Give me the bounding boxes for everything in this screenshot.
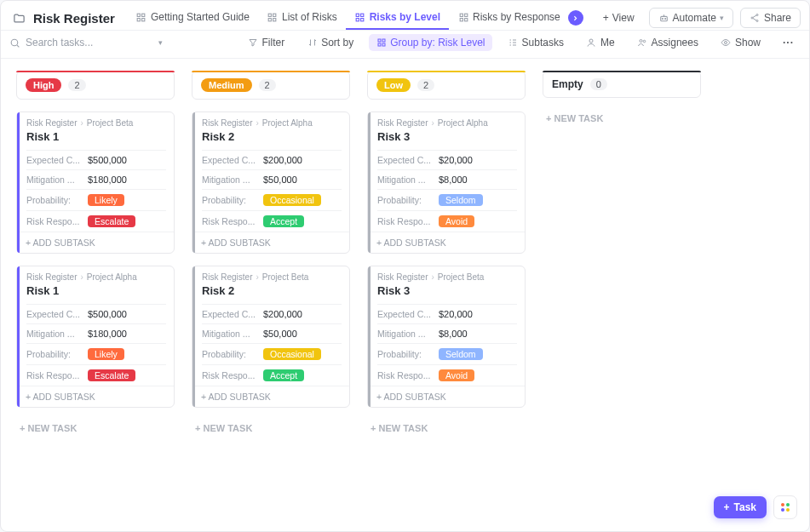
svg-rect-11 xyxy=(361,18,364,20)
field-label: Expected C... xyxy=(377,309,434,319)
response-tag: Escalate xyxy=(88,369,135,381)
field-value: $20,000 xyxy=(439,155,473,165)
probability-tag: Likely xyxy=(88,194,124,206)
column-count: 2 xyxy=(417,79,434,91)
show-button[interactable]: Show xyxy=(714,34,767,51)
field-value: $8,000 xyxy=(439,174,468,185)
new-task-link[interactable]: + NEW TASK xyxy=(367,420,526,437)
svg-point-25 xyxy=(662,18,663,19)
svg-rect-2 xyxy=(138,18,141,20)
probability-tag: Occasional xyxy=(263,194,321,206)
svg-point-26 xyxy=(664,18,665,19)
add-subtask-button[interactable]: + ADD SUBTASK xyxy=(17,232,174,253)
svg-point-38 xyxy=(725,42,727,44)
tabs-scroll-right[interactable] xyxy=(568,10,583,26)
level-label: Empty xyxy=(552,78,583,90)
new-task-link[interactable]: + NEW TASK xyxy=(543,110,701,127)
svg-point-28 xyxy=(751,17,753,19)
svg-rect-10 xyxy=(356,18,359,20)
filter-button[interactable]: Filter xyxy=(240,34,291,51)
people-icon xyxy=(637,37,648,49)
breadcrumb: Risk Register›Project Alpha xyxy=(202,118,342,128)
robot-icon xyxy=(658,13,669,24)
field-value: $500,000 xyxy=(88,309,127,319)
field-label: Risk Respo... xyxy=(202,370,258,380)
add-subtask-button[interactable]: + ADD SUBTASK xyxy=(368,232,525,253)
field-label: Expected C... xyxy=(202,155,258,165)
svg-rect-5 xyxy=(273,14,276,16)
field-value: $200,000 xyxy=(263,309,302,319)
view-tab-2[interactable]: Risks by Level xyxy=(346,6,449,30)
svg-rect-3 xyxy=(142,18,145,20)
search-input[interactable] xyxy=(26,37,153,49)
new-task-link[interactable]: + NEW TASK xyxy=(16,420,175,437)
svg-rect-9 xyxy=(361,14,364,16)
view-tab-0[interactable]: Getting Started Guide xyxy=(127,6,258,30)
svg-point-37 xyxy=(643,40,646,43)
task-card[interactable]: Risk Register›Project BetaRisk 3Expected… xyxy=(367,266,526,408)
apps-button[interactable] xyxy=(773,495,797,519)
me-button[interactable]: Me xyxy=(579,34,622,51)
svg-rect-34 xyxy=(382,43,385,46)
column-header-medium[interactable]: Medium2 xyxy=(192,71,350,100)
column-count: 2 xyxy=(68,79,85,91)
task-card[interactable]: Risk Register›Project BetaRisk 1Expected… xyxy=(16,112,175,254)
filter-icon xyxy=(247,37,258,49)
field-label: Risk Respo... xyxy=(377,216,434,226)
column-count: 2 xyxy=(259,79,276,91)
board-icon xyxy=(457,11,469,23)
breadcrumb: Risk Register›Project Beta xyxy=(377,272,517,282)
svg-rect-7 xyxy=(273,18,276,20)
task-title: Risk 2 xyxy=(202,130,342,143)
column-header-low[interactable]: Low2 xyxy=(367,71,526,100)
assignees-button[interactable]: Assignees xyxy=(630,34,705,51)
add-subtask-button[interactable]: + ADD SUBTASK xyxy=(192,386,349,407)
groupby-button[interactable]: Group by: Risk Level xyxy=(369,34,491,51)
share-button[interactable]: Share xyxy=(740,8,801,28)
column-low: Low2Risk Register›Project AlphaRisk 3Exp… xyxy=(367,71,526,437)
eye-icon xyxy=(721,37,732,49)
probability-tag: Seldom xyxy=(439,194,483,206)
task-card[interactable]: Risk Register›Project BetaRisk 2Expected… xyxy=(192,266,350,408)
sortby-button[interactable]: Sort by xyxy=(300,34,360,51)
svg-point-27 xyxy=(756,14,758,16)
svg-rect-6 xyxy=(269,18,272,20)
field-label: Expected C... xyxy=(26,155,83,165)
field-label: Probability: xyxy=(202,195,258,205)
field-label: Expected C... xyxy=(26,309,83,319)
subtasks-button[interactable]: Subtasks xyxy=(501,34,571,51)
add-subtask-button[interactable]: + ADD SUBTASK xyxy=(17,386,174,407)
task-title: Risk 3 xyxy=(377,284,517,297)
view-tab-3[interactable]: Risks by Response xyxy=(449,6,565,30)
column-header-high[interactable]: High2 xyxy=(16,71,175,100)
field-label: Risk Respo... xyxy=(26,216,83,226)
automate-button[interactable]: Automate ▾ xyxy=(649,8,733,28)
field-label: Probability: xyxy=(26,195,83,205)
folder-icon[interactable] xyxy=(9,9,28,27)
column-header-empty[interactable]: Empty0 xyxy=(543,71,701,98)
task-card[interactable]: Risk Register›Project AlphaRisk 2Expecte… xyxy=(192,112,350,254)
add-subtask-button[interactable]: + ADD SUBTASK xyxy=(192,232,349,253)
chevron-down-icon[interactable]: ▾ xyxy=(158,38,163,47)
svg-point-29 xyxy=(756,20,758,22)
field-label: Probability: xyxy=(202,349,258,359)
add-view-button[interactable]: + View xyxy=(595,8,642,28)
apps-grid-icon xyxy=(781,503,790,512)
field-label: Mitigation ... xyxy=(202,329,258,339)
new-task-button[interactable]: + Task xyxy=(714,496,767,518)
svg-point-36 xyxy=(640,40,642,43)
field-label: Probability: xyxy=(26,349,83,359)
breadcrumb: Risk Register›Project Alpha xyxy=(377,118,517,128)
view-tab-1[interactable]: List of Risks xyxy=(258,6,346,30)
field-label: Mitigation ... xyxy=(26,174,83,185)
add-subtask-button[interactable]: + ADD SUBTASK xyxy=(368,386,525,407)
response-tag: Avoid xyxy=(439,369,474,381)
task-card[interactable]: Risk Register›Project AlphaRisk 3Expecte… xyxy=(367,112,526,254)
new-task-link[interactable]: + NEW TASK xyxy=(192,420,350,437)
svg-rect-0 xyxy=(138,14,141,16)
task-card[interactable]: Risk Register›Project AlphaRisk 1Expecte… xyxy=(16,266,175,408)
more-button[interactable]: ··· xyxy=(776,34,801,51)
svg-point-35 xyxy=(589,39,593,43)
svg-rect-15 xyxy=(464,18,467,20)
field-label: Risk Respo... xyxy=(202,216,258,226)
